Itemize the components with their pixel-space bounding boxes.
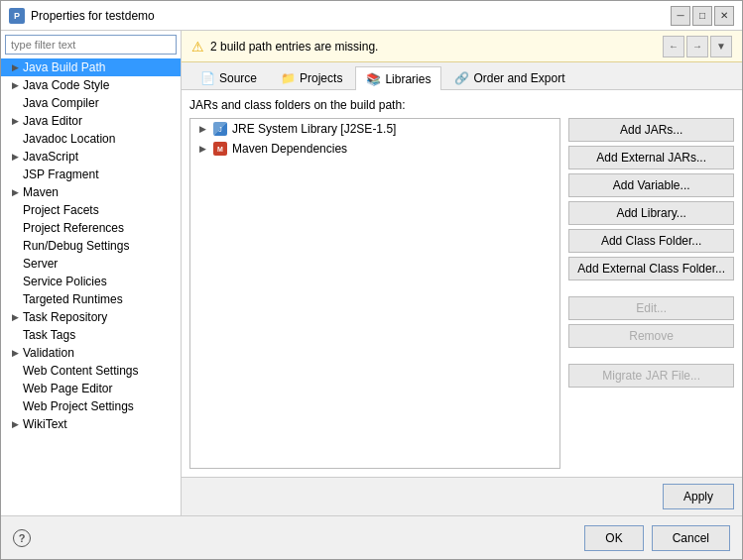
order-export-tab-icon: 🔗 xyxy=(454,71,469,85)
edit-button: Edit... xyxy=(568,296,734,320)
panel-main: JJRE System Library [J2SE-1.5]MMaven Dep… xyxy=(189,118,734,469)
sidebar-label-javascript: JavaScript xyxy=(23,150,78,164)
sidebar-item-targeted-runtimes[interactable]: Targeted Runtimes xyxy=(1,290,181,308)
sidebar-label-task-tags: Task Tags xyxy=(23,328,75,342)
ok-button[interactable]: OK xyxy=(584,525,643,551)
sidebar-item-run-debug-settings[interactable]: Run/Debug Settings xyxy=(1,237,181,255)
sidebar-item-web-page-editor[interactable]: Web Page Editor xyxy=(1,380,181,397)
tab-order-export[interactable]: 🔗Order and Export xyxy=(443,66,575,89)
cancel-button[interactable]: Cancel xyxy=(652,525,730,551)
expander-wikitext xyxy=(9,418,21,430)
expander-maven xyxy=(9,186,21,198)
close-button[interactable]: ✕ xyxy=(714,6,734,26)
add-external-jars-button[interactable]: Add External JARs... xyxy=(568,146,734,169)
tab-bar: 📄Source📁Projects📚Libraries🔗Order and Exp… xyxy=(182,62,742,90)
sidebar-item-jsp-fragment[interactable]: JSP Fragment xyxy=(1,166,181,183)
sidebar-item-java-compiler[interactable]: Java Compiler xyxy=(1,94,181,112)
sidebar-item-task-repository[interactable]: Task Repository xyxy=(1,308,181,326)
expander-java-code-style xyxy=(9,79,21,91)
nav-dropdown-button[interactable]: ▼ xyxy=(710,36,732,57)
filter-input[interactable] xyxy=(5,35,177,55)
sidebar-label-validation: Validation xyxy=(23,346,74,360)
tree-item-maven-deps[interactable]: MMaven Dependencies xyxy=(190,139,559,159)
dialog-icon: P xyxy=(9,8,25,24)
libraries-tab-icon: 📚 xyxy=(366,72,381,86)
sidebar-item-project-facets[interactable]: Project Facets xyxy=(1,201,181,219)
projects-tab-icon: 📁 xyxy=(281,71,296,85)
migrate-jar-button: Migrate JAR File... xyxy=(568,364,734,388)
tab-libraries[interactable]: 📚Libraries xyxy=(355,66,441,90)
sidebar-item-maven[interactable]: Maven xyxy=(1,183,181,201)
sidebar-item-javadoc-location[interactable]: Javadoc Location xyxy=(1,130,181,148)
nav-forward-button[interactable]: → xyxy=(686,36,708,57)
sidebar-label-service-policies: Service Policies xyxy=(23,275,107,288)
sidebar-label-java-code-style: Java Code Style xyxy=(23,78,109,92)
sidebar-item-project-references[interactable]: Project References xyxy=(1,219,181,237)
tab-source[interactable]: 📄Source xyxy=(189,66,268,89)
sidebar-label-server: Server xyxy=(23,257,58,271)
dialog-title: Properties for testdemo xyxy=(31,9,155,23)
title-controls: ─ □ ✕ xyxy=(671,6,734,26)
maven-icon: M xyxy=(212,141,228,157)
tree-label-jre-system: JRE System Library [J2SE-1.5] xyxy=(232,122,396,136)
tree-expander-jre-system[interactable] xyxy=(196,124,208,134)
expander-validation xyxy=(9,347,21,359)
sidebar-label-web-content-settings: Web Content Settings xyxy=(23,364,139,378)
help-button[interactable]: ? xyxy=(13,529,31,547)
sidebar-item-service-policies[interactable]: Service Policies xyxy=(1,273,181,290)
tree-item-jre-system[interactable]: JJRE System Library [J2SE-1.5] xyxy=(190,119,559,139)
sidebar-label-web-page-editor: Web Page Editor xyxy=(23,382,113,395)
tab-label-source: Source xyxy=(219,71,257,85)
bottom-bar: ? OK Cancel xyxy=(1,515,742,559)
tab-label-projects: Projects xyxy=(300,71,342,85)
sidebar-item-javascript[interactable]: JavaScript xyxy=(1,148,181,166)
sidebar-item-java-build-path[interactable]: Java Build Path xyxy=(1,58,181,76)
minimize-button[interactable]: ─ xyxy=(671,6,690,26)
expander-java-build-path xyxy=(9,61,21,73)
sidebar-item-validation[interactable]: Validation xyxy=(1,344,181,362)
bottom-buttons: OK Cancel xyxy=(584,525,730,551)
apply-button[interactable]: Apply xyxy=(663,484,734,509)
sidebar: Java Build PathJava Code StyleJava Compi… xyxy=(1,31,182,515)
warning-icon: ⚠ xyxy=(191,39,204,55)
sidebar-label-run-debug-settings: Run/Debug Settings xyxy=(23,239,129,253)
button-spacer xyxy=(568,284,734,292)
maximize-button[interactable]: □ xyxy=(692,6,712,26)
add-external-class-folder-button[interactable]: Add External Class Folder... xyxy=(568,257,734,280)
right-panel: ⚠ 2 build path entries are missing. ← → … xyxy=(182,31,742,515)
sidebar-label-project-references: Project References xyxy=(23,221,124,235)
sidebar-label-task-repository: Task Repository xyxy=(23,310,107,324)
panel-description: JARs and class folders on the build path… xyxy=(189,98,734,112)
sidebar-label-targeted-runtimes: Targeted Runtimes xyxy=(23,292,123,306)
tab-projects[interactable]: 📁Projects xyxy=(270,66,353,89)
add-variable-button[interactable]: Add Variable... xyxy=(568,173,734,197)
sidebar-label-java-compiler: Java Compiler xyxy=(23,96,99,110)
expander-java-editor xyxy=(9,115,21,127)
button-spacer xyxy=(568,352,734,360)
sidebar-item-web-content-settings[interactable]: Web Content Settings xyxy=(1,362,181,380)
sidebar-item-java-editor[interactable]: Java Editor xyxy=(1,112,181,130)
title-bar: P Properties for testdemo ─ □ ✕ xyxy=(1,1,742,31)
sidebar-item-web-project-settings[interactable]: Web Project Settings xyxy=(1,397,181,415)
sidebar-item-java-code-style[interactable]: Java Code Style xyxy=(1,76,181,94)
jre-icon: J xyxy=(212,121,228,137)
sidebar-item-wikitext[interactable]: WikiText xyxy=(1,415,181,433)
expander-javascript xyxy=(9,151,21,163)
nav-back-button[interactable]: ← xyxy=(663,36,684,57)
main-content: Java Build PathJava Code StyleJava Compi… xyxy=(1,31,742,515)
add-class-folder-button[interactable]: Add Class Folder... xyxy=(568,229,734,253)
add-library-button[interactable]: Add Library... xyxy=(568,201,734,225)
tab-label-order-export: Order and Export xyxy=(473,71,564,85)
warning-bar: ⚠ 2 build path entries are missing. ← → … xyxy=(182,31,742,62)
tree-expander-maven-deps[interactable] xyxy=(196,144,208,154)
sidebar-label-javadoc-location: Javadoc Location xyxy=(23,132,115,146)
apply-area: Apply xyxy=(182,477,742,515)
sidebar-item-server[interactable]: Server xyxy=(1,255,181,273)
title-bar-left: P Properties for testdemo xyxy=(9,8,155,24)
warning-text: 2 build path entries are missing. xyxy=(210,40,378,54)
add-jars-button[interactable]: Add JARs... xyxy=(568,118,734,142)
navigation-buttons: ← → ▼ xyxy=(663,36,732,57)
sidebar-scroll[interactable]: Java Build PathJava Code StyleJava Compi… xyxy=(1,58,181,515)
sidebar-item-task-tags[interactable]: Task Tags xyxy=(1,326,181,344)
remove-button: Remove xyxy=(568,324,734,348)
